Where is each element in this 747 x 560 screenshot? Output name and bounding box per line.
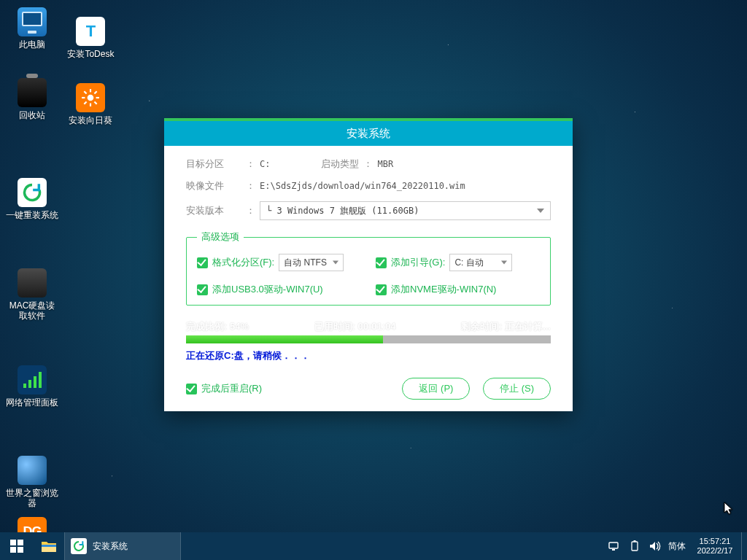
svg-point-0 xyxy=(88,95,94,101)
sunflower-icon xyxy=(76,83,105,112)
progress-bar xyxy=(186,335,551,343)
desktop-icon-mac-disk[interactable]: MAC硬盘读取软件 xyxy=(6,265,58,324)
svg-rect-12 xyxy=(18,547,23,553)
clock-time: 15:57:21 xyxy=(693,537,737,546)
tray-ime[interactable]: 简体 xyxy=(665,532,689,560)
chk-restart[interactable]: 完成后重启(R) xyxy=(186,382,262,395)
remain-label: 剩余时间: xyxy=(461,321,502,332)
elapsed-label: 已用时间: xyxy=(314,321,355,332)
target-label: 目标分区 xyxy=(186,158,241,171)
installer-icon xyxy=(71,538,87,554)
tray-network-icon[interactable] xyxy=(604,532,624,560)
svg-rect-15 xyxy=(609,542,618,548)
taskbar: 安装系统 简体 15:57:21 2022/2/17 xyxy=(0,532,747,560)
svg-rect-14 xyxy=(42,545,56,547)
icon-label: 安装向日葵 xyxy=(69,115,112,125)
taskbar-explorer[interactable] xyxy=(34,532,64,560)
progress-fill xyxy=(186,335,383,343)
folder-icon xyxy=(41,540,57,553)
svg-rect-10 xyxy=(18,540,23,545)
svg-line-5 xyxy=(85,91,87,93)
windows-icon xyxy=(10,540,23,553)
network-icon xyxy=(18,365,47,394)
svg-rect-18 xyxy=(634,540,636,542)
row-target: 目标分区： C: 启动类型： MBR xyxy=(186,158,551,171)
titlebar[interactable]: 安装系统 xyxy=(164,121,573,146)
desktop-icons: 此电脑 T 安装ToDesk 回收站 安装向日葵 一键重装系统 MAC硬盘读取软… xyxy=(4,4,121,560)
taskbar-app-installer[interactable]: 安装系统 xyxy=(64,532,181,560)
tray: 简体 15:57:21 2022/2/17 xyxy=(604,532,747,560)
svg-rect-17 xyxy=(632,542,638,551)
desktop-icon-browser[interactable]: 世界之窗浏览器 xyxy=(6,453,58,511)
clock-date: 2022/2/17 xyxy=(693,546,737,556)
version-label: 安装版本 xyxy=(186,204,241,217)
tray-volume-icon[interactable] xyxy=(645,532,665,560)
checkbox-icon xyxy=(186,384,197,394)
chk-usb3[interactable]: 添加USB3.0驱动-WIN7(U) xyxy=(197,283,323,296)
svg-rect-11 xyxy=(10,547,16,553)
checkbox-icon xyxy=(197,284,208,295)
svg-line-6 xyxy=(95,101,97,104)
image-path: E:\SdsZjds/download/win764_20220110.wim xyxy=(260,181,465,191)
tray-clock[interactable]: 15:57:21 2022/2/17 xyxy=(689,537,741,556)
desktop-icon-netpanel[interactable]: 网络管理面板 xyxy=(6,362,58,421)
opt-bootadd: 添加引导(G): C: 自动 xyxy=(376,254,540,271)
chk-nvme[interactable]: 添加NVME驱动-WIN7(N) xyxy=(376,283,496,296)
chk-bootadd[interactable]: 添加引导(G): xyxy=(376,256,445,269)
pc-icon xyxy=(18,7,47,36)
status-text: 正在还原C:盘，请稍候．．． xyxy=(186,349,551,362)
svg-line-8 xyxy=(95,91,97,93)
advanced-options: 高级选项 格式化分区(F): 自动 NTFS 添加引导(G): C: 自动 添加… xyxy=(186,230,551,306)
desktop-icon-sunflower[interactable]: 安装向日葵 xyxy=(64,80,117,139)
back-button[interactable]: 返回 (P) xyxy=(402,378,470,400)
icon-label: 网络管理面板 xyxy=(6,397,58,408)
trash-icon xyxy=(18,78,47,107)
show-desktop-button[interactable] xyxy=(741,532,747,560)
todesk-icon: T xyxy=(76,17,105,46)
desktop-icon-reinstall[interactable]: 一键重装系统 xyxy=(6,175,58,233)
icon-label: 一键重装系统 xyxy=(6,210,58,220)
version-value: └ 3 Windows 7 旗舰版 (11.60GB) xyxy=(266,205,419,217)
row-version: 安装版本： └ 3 Windows 7 旗舰版 (11.60GB) xyxy=(186,201,551,220)
progress-meta: 完成比例: 54% 已用时间: 00:01:04 剩余时间: 正在计算... xyxy=(186,320,551,333)
elapsed-value: 00:01:04 xyxy=(358,321,396,332)
checkbox-icon xyxy=(197,257,208,268)
bootadd-select[interactable]: C: 自动 xyxy=(449,254,512,271)
remain-value: 正在计算... xyxy=(505,321,551,332)
desktop-icon-todesk[interactable]: T 安装ToDesk xyxy=(64,14,117,72)
icon-label: 安装ToDesk xyxy=(67,49,114,59)
taskbar-app-label: 安装系统 xyxy=(93,540,128,553)
icon-label: 回收站 xyxy=(19,110,45,120)
apple-icon xyxy=(18,268,47,298)
pct-value: 54% xyxy=(230,321,249,332)
icon-label: MAC硬盘读取软件 xyxy=(6,300,58,321)
stop-button[interactable]: 停止 (S) xyxy=(483,378,551,400)
row-image: 映像文件： E:\SdsZjds/download/win764_2022011… xyxy=(186,179,551,192)
advanced-legend: 高级选项 xyxy=(197,230,244,244)
installer-content: 目标分区： C: 启动类型： MBR 映像文件： E:\SdsZjds/down… xyxy=(164,146,573,411)
cursor-icon xyxy=(724,502,734,516)
checkbox-icon xyxy=(376,257,387,268)
svg-line-7 xyxy=(85,101,87,104)
boot-label: 启动类型 xyxy=(321,158,359,171)
boot-value: MBR xyxy=(377,159,393,169)
target-value: C: xyxy=(260,159,270,169)
pct-label: 完成比例: xyxy=(186,321,227,332)
icon-label: 世界之窗浏览器 xyxy=(6,488,58,508)
reinstall-icon xyxy=(18,178,47,207)
svg-rect-9 xyxy=(10,540,16,545)
start-button[interactable] xyxy=(0,532,34,560)
window-title: 安装系统 xyxy=(347,127,390,139)
image-label: 映像文件 xyxy=(186,179,241,192)
tray-battery-icon[interactable] xyxy=(624,532,645,560)
opt-format: 格式化分区(F): 自动 NTFS xyxy=(197,254,361,271)
icon-label: 此电脑 xyxy=(19,39,45,50)
installer-window: 安装系统 目标分区： C: 启动类型： MBR 映像文件： E:\SdsZjds… xyxy=(164,118,573,411)
format-select[interactable]: 自动 NTFS xyxy=(279,254,344,271)
desktop-icon-this-pc[interactable]: 此电脑 xyxy=(6,4,58,63)
svg-rect-16 xyxy=(612,549,615,551)
version-select[interactable]: └ 3 Windows 7 旗舰版 (11.60GB) xyxy=(260,201,551,220)
chk-format[interactable]: 格式化分区(F): xyxy=(197,256,274,269)
desktop-icon-recycle[interactable]: 回收站 xyxy=(6,75,58,133)
globe-icon xyxy=(18,456,47,485)
